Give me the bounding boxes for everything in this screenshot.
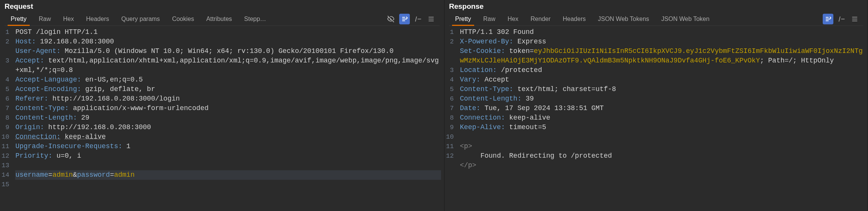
code-line[interactable]: Connection: keep-alive xyxy=(15,132,441,142)
response-code[interactable]: HTTP/1.1 302 FoundX-Powered-By: ExpressS… xyxy=(457,26,868,211)
render-icon[interactable] xyxy=(399,14,410,24)
code-line[interactable]: Host: 192.168.0.208:3000 xyxy=(15,37,441,46)
code-line[interactable]: Date: Tue, 17 Sep 2024 13:38:51 GMT xyxy=(460,104,865,113)
code-line[interactable]: Set-Cookie: token=eyJhbGciOiJIUzI1NiIsIn… xyxy=(460,46,865,66)
code-line[interactable]: POST /login HTTP/1.1 xyxy=(15,27,441,37)
menu-icon[interactable] xyxy=(427,14,436,24)
response-gutter: 12 3456789101112 xyxy=(444,26,457,211)
response-tabs: PrettyRawHexRenderHeadersJSON Web Tokens… xyxy=(449,13,823,26)
tab-query-params[interactable]: Query params xyxy=(115,13,166,26)
code-line[interactable]: User-Agent: Mozilla/5.0 (Windows NT 10.0… xyxy=(15,46,441,56)
code-line[interactable]: Accept: text/html,application/xhtml+xml,… xyxy=(15,56,441,75)
newline-icon[interactable] xyxy=(837,14,846,24)
code-line[interactable]: Upgrade-Insecure-Requests: 1 xyxy=(15,142,441,151)
response-tab-row: PrettyRawHexRenderHeadersJSON Web Tokens… xyxy=(449,12,863,26)
code-line[interactable]: Keep-Alive: timeout=5 xyxy=(460,123,865,132)
tab-render[interactable]: Render xyxy=(524,13,556,26)
tab-stepp-[interactable]: Stepp… xyxy=(238,13,272,26)
request-title: Request xyxy=(5,2,440,12)
response-title: Response xyxy=(449,2,863,12)
code-line[interactable]: X-Powered-By: Express xyxy=(460,37,865,46)
code-line[interactable]: </p> xyxy=(460,161,865,170)
code-line[interactable]: Content-Type: application/x-www-form-url… xyxy=(15,104,441,113)
code-line[interactable] xyxy=(15,161,441,170)
newline-icon[interactable] xyxy=(414,14,423,24)
request-editor[interactable]: 12 3 456789101112131415 POST /login HTTP… xyxy=(0,26,444,211)
request-gutter: 12 3 456789101112131415 xyxy=(0,26,12,211)
code-line[interactable]: Content-Type: text/html; charset=utf-8 xyxy=(460,85,865,94)
tab-headers[interactable]: Headers xyxy=(557,13,592,26)
tab-raw[interactable]: Raw xyxy=(477,13,502,26)
code-line[interactable]: Found. Redirecting to /protected xyxy=(460,151,865,161)
response-toolbar xyxy=(823,14,863,24)
code-line[interactable]: Vary: Accept xyxy=(460,75,865,85)
request-header: Request PrettyRawHexHeadersQuery paramsC… xyxy=(0,0,444,26)
code-line[interactable]: Location: /protected xyxy=(460,66,865,75)
code-line[interactable]: Content-Length: 29 xyxy=(15,113,441,123)
menu-icon[interactable] xyxy=(850,14,859,24)
eye-off-icon[interactable] xyxy=(386,14,395,24)
code-line[interactable]: Origin: http://192.168.0.208:3000 xyxy=(15,123,441,132)
tab-headers[interactable]: Headers xyxy=(80,13,115,26)
code-line[interactable]: Content-Length: 39 xyxy=(460,94,865,104)
request-tab-row: PrettyRawHexHeadersQuery paramsCookiesAt… xyxy=(5,12,440,26)
code-line[interactable]: Referer: http://192.168.0.208:3000/login xyxy=(15,94,441,104)
response-panel: Response PrettyRawHexRenderHeadersJSON W… xyxy=(444,0,868,211)
tab-json-web-token[interactable]: JSON Web Token xyxy=(655,13,716,26)
tab-cookies[interactable]: Cookies xyxy=(166,13,200,26)
tab-raw[interactable]: Raw xyxy=(33,13,57,26)
render-icon[interactable] xyxy=(823,14,833,24)
code-line[interactable]: username=admin&password=admin xyxy=(15,170,441,180)
code-line[interactable]: Connection: keep-alive xyxy=(460,113,865,123)
code-line[interactable]: Priority: u=0, i xyxy=(15,151,441,161)
code-line[interactable]: HTTP/1.1 302 Found xyxy=(460,27,865,37)
tab-pretty[interactable]: Pretty xyxy=(449,13,477,26)
tab-json-web-tokens[interactable]: JSON Web Tokens xyxy=(592,13,655,26)
code-line[interactable]: <p> xyxy=(460,142,865,151)
tab-pretty[interactable]: Pretty xyxy=(5,13,33,26)
tab-hex[interactable]: Hex xyxy=(57,13,80,26)
response-editor[interactable]: 12 3456789101112 HTTP/1.1 302 FoundX-Pow… xyxy=(444,26,868,211)
code-line[interactable]: Accept-Language: en-US,en;q=0.5 xyxy=(15,75,441,85)
tab-attributes[interactable]: Attributes xyxy=(200,13,238,26)
code-line[interactable] xyxy=(460,132,865,142)
request-panel: Request PrettyRawHexHeadersQuery paramsC… xyxy=(0,0,444,211)
code-line[interactable]: Accept-Encoding: gzip, deflate, br xyxy=(15,85,441,94)
request-toolbar xyxy=(386,14,440,24)
request-tabs: PrettyRawHexHeadersQuery paramsCookiesAt… xyxy=(5,13,386,26)
request-code[interactable]: POST /login HTTP/1.1Host: 192.168.0.208:… xyxy=(12,26,444,211)
tab-hex[interactable]: Hex xyxy=(502,13,524,26)
response-header: Response PrettyRawHexRenderHeadersJSON W… xyxy=(444,0,868,26)
